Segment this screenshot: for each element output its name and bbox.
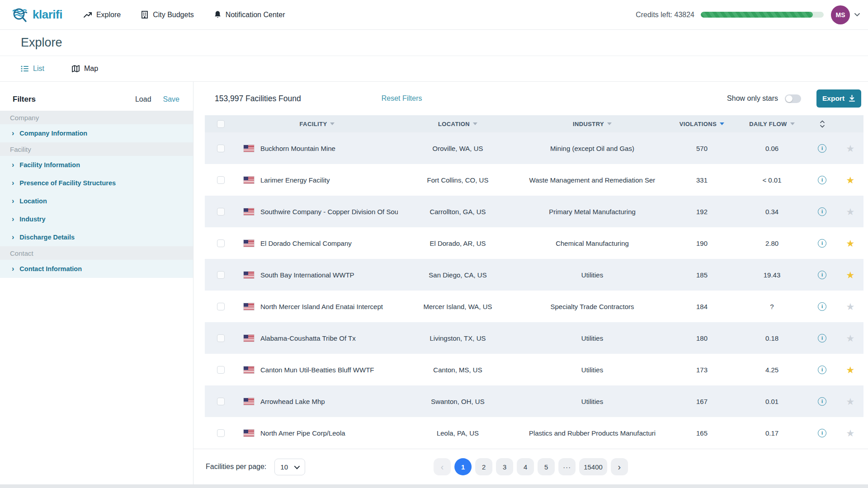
next-page-button[interactable]: ›: [611, 458, 628, 475]
filter-item[interactable]: Presence of Facility Structures: [0, 174, 193, 192]
page-number-button[interactable]: 3: [496, 458, 513, 475]
star-icon[interactable]: [846, 207, 855, 216]
show-only-stars-label: Show only stars: [727, 94, 778, 103]
table-row[interactable]: Buckhorn Mountain Mine Oroville, WA, US …: [205, 132, 863, 164]
table-row[interactable]: Canton Mun Util-Beatties Bluff WWTF Cant…: [205, 354, 863, 385]
nav-item-explore[interactable]: Explore: [83, 11, 121, 19]
daily-flow-cell: 4.25: [737, 366, 807, 374]
facility-name: North Mercer Island And Enatai Intercept: [260, 303, 383, 310]
select-all-checkbox[interactable]: [217, 120, 225, 128]
info-icon[interactable]: [818, 176, 826, 184]
table-header-row: FACILITY LOCATION INDUSTRY VIOLATIONS DA…: [205, 115, 863, 132]
filter-item[interactable]: Location: [0, 192, 193, 210]
row-checkbox[interactable]: [217, 334, 225, 342]
info-icon[interactable]: [818, 271, 826, 279]
star-icon[interactable]: [846, 428, 855, 438]
column-header-facility[interactable]: FACILITY: [236, 121, 398, 127]
table-row[interactable]: El Dorado Chemical Company El Dorado, AR…: [205, 227, 863, 259]
column-header-sort[interactable]: [807, 120, 837, 128]
filter-item[interactable]: Discharge Details: [0, 228, 193, 246]
table-row[interactable]: Arrowhead Lake Mhp Swanton, OH, US Utili…: [205, 385, 863, 417]
page-number-button[interactable]: 4: [517, 458, 534, 475]
table-row[interactable]: North Amer Pipe Corp/Leola Leola, PA, US…: [205, 417, 863, 449]
page-number-button[interactable]: 15400: [579, 458, 607, 475]
info-icon[interactable]: [818, 144, 826, 153]
download-icon: [849, 95, 855, 102]
star-icon[interactable]: [846, 144, 855, 153]
brand-logo[interactable]: klarifi: [11, 7, 62, 23]
save-filters-button[interactable]: Save: [163, 95, 179, 103]
row-checkbox[interactable]: [217, 429, 225, 437]
page-number-button[interactable]: 1: [454, 458, 472, 475]
export-button[interactable]: Export: [816, 89, 861, 108]
reset-filters-link[interactable]: Reset Filters: [382, 94, 422, 103]
info-icon[interactable]: [818, 429, 826, 437]
row-checkbox[interactable]: [217, 303, 225, 310]
daily-flow-cell: 0.17: [737, 429, 807, 437]
industry-cell: Utilities: [518, 398, 667, 405]
table-row[interactable]: North Mercer Island And Enatai Intercept…: [205, 291, 863, 322]
star-icon[interactable]: [846, 302, 855, 311]
us-flag-icon: [244, 272, 254, 278]
info-icon[interactable]: [818, 334, 826, 343]
column-header-industry[interactable]: INDUSTRY: [518, 121, 667, 127]
row-checkbox[interactable]: [217, 239, 225, 247]
filter-item[interactable]: Facility Information: [0, 156, 193, 174]
tab-list[interactable]: List: [21, 65, 44, 73]
column-header-violations[interactable]: VIOLATIONS: [667, 121, 737, 127]
sort-updown-icon: [820, 120, 825, 128]
industry-cell: Specialty Trade Contractors: [518, 303, 667, 310]
us-flag-icon: [244, 335, 254, 342]
info-icon[interactable]: [818, 302, 826, 311]
tab-map[interactable]: Map: [71, 65, 98, 73]
table-row[interactable]: Larimer Energy Facility Fort Collins, CO…: [205, 164, 863, 196]
star-icon[interactable]: [846, 365, 855, 375]
chevron-right-icon: [12, 265, 14, 273]
industry-cell: Plastics and Rubber Products Manufacturi: [518, 429, 667, 437]
info-icon[interactable]: [818, 207, 826, 216]
info-icon[interactable]: [818, 397, 826, 406]
row-checkbox[interactable]: [217, 271, 225, 279]
row-checkbox[interactable]: [217, 176, 225, 184]
map-icon: [71, 65, 80, 73]
facility-name: El Dorado Chemical Company: [260, 239, 352, 247]
sort-caret-icon: [330, 122, 335, 125]
row-checkbox[interactable]: [217, 398, 225, 405]
row-checkbox[interactable]: [217, 208, 225, 216]
star-icon[interactable]: [846, 270, 855, 280]
chevron-right-icon: [12, 215, 14, 223]
column-header-location[interactable]: LOCATION: [398, 121, 518, 127]
page-number-button[interactable]: 2: [475, 458, 492, 475]
user-avatar[interactable]: MS: [831, 5, 850, 24]
column-label: DAILY FLOW: [749, 121, 787, 127]
star-icon[interactable]: [846, 397, 855, 406]
star-icon[interactable]: [846, 333, 855, 343]
chevron-down-icon: [294, 463, 300, 469]
nav-item-city-budgets[interactable]: City Budgets: [141, 10, 194, 19]
per-page-select[interactable]: 10: [274, 459, 305, 475]
violations-cell: 167: [667, 398, 737, 405]
credits-progress-bar: [701, 12, 824, 18]
info-icon[interactable]: [818, 366, 826, 374]
filter-item[interactable]: Contact Information: [0, 260, 193, 278]
table-row[interactable]: Southwire Company - Copper Division Of S…: [205, 196, 863, 227]
filter-item[interactable]: Industry: [0, 210, 193, 228]
nav-item-notification-center[interactable]: Notification Center: [214, 10, 285, 19]
row-checkbox[interactable]: [217, 145, 225, 152]
magnifier-waves-icon: [11, 7, 29, 23]
show-only-stars-toggle[interactable]: [785, 94, 801, 103]
column-header-daily-flow[interactable]: DAILY FLOW: [737, 121, 807, 127]
page-number-button[interactable]: 5: [538, 458, 555, 475]
filter-item[interactable]: Company Information: [0, 124, 193, 142]
table-row[interactable]: Alabama-Coushatta Tribe Of Tx Livingston…: [205, 322, 863, 354]
load-filters-button[interactable]: Load: [135, 95, 151, 103]
info-icon[interactable]: [818, 239, 826, 248]
row-checkbox[interactable]: [217, 366, 225, 374]
facility-name: Larimer Energy Facility: [260, 176, 330, 184]
filter-item-label: Location: [19, 197, 47, 205]
star-icon[interactable]: [846, 239, 855, 248]
prev-page-button[interactable]: ‹: [434, 458, 451, 475]
star-icon[interactable]: [846, 175, 855, 185]
user-menu-chevron-icon[interactable]: [854, 13, 860, 17]
table-row[interactable]: South Bay International WWTP San Diego, …: [205, 259, 863, 291]
